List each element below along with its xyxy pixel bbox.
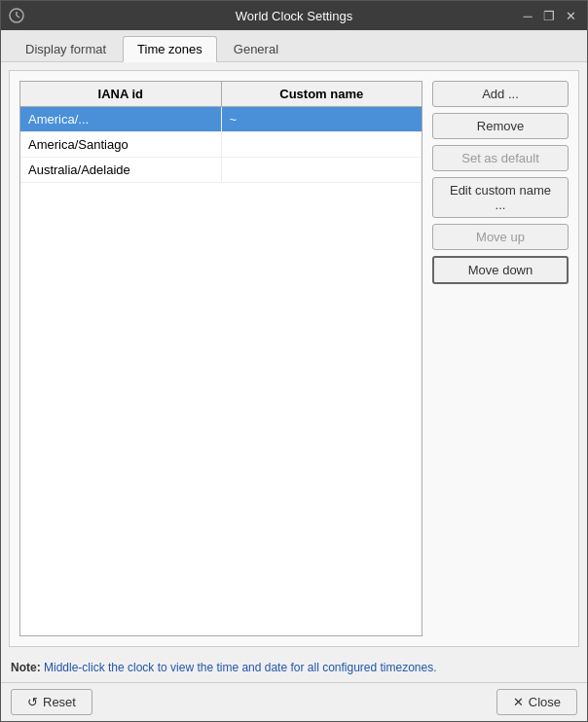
- main-window: World Clock Settings ─ ❐ ✕ Display forma…: [0, 0, 588, 722]
- reset-icon: ↺: [27, 695, 38, 709]
- add-button[interactable]: Add ...: [432, 81, 569, 107]
- edit-custom-name-button[interactable]: Edit custom name ...: [432, 177, 569, 218]
- reset-label: Reset: [43, 695, 76, 709]
- tab-display-format[interactable]: Display format: [11, 36, 121, 61]
- tabs-bar: Display format Time zones General: [1, 30, 587, 62]
- close-icon: ✕: [513, 695, 524, 709]
- table-row[interactable]: America/... ~: [20, 107, 422, 132]
- app-icon: [9, 8, 24, 23]
- note-text: Middle-click the clock to view the time …: [41, 661, 437, 674]
- cell-custom: ~: [222, 107, 423, 131]
- move-down-button[interactable]: Move down: [432, 256, 569, 284]
- window-title: World Clock Settings: [236, 9, 352, 23]
- titlebar-left: [9, 8, 24, 23]
- window-controls: ─ ❐ ✕: [519, 7, 579, 24]
- close-label: Close: [529, 695, 561, 709]
- cell-custom: [222, 132, 423, 157]
- titlebar: World Clock Settings ─ ❐ ✕: [1, 1, 587, 30]
- table-body: America/... ~ America/Santiago Australia…: [20, 107, 422, 635]
- cell-iana: America/Santiago: [20, 132, 222, 157]
- col-custom-name: Custom name: [222, 82, 423, 106]
- col-iana-id: IANA id: [20, 82, 222, 106]
- table-row[interactable]: America/Santiago: [20, 132, 422, 158]
- close-window-button[interactable]: ✕: [562, 7, 579, 24]
- minimize-button[interactable]: ─: [519, 7, 536, 24]
- maximize-button[interactable]: ❐: [540, 7, 558, 24]
- table-header: IANA id Custom name: [20, 82, 422, 107]
- content-area: IANA id Custom name America/... ~ Americ…: [9, 70, 579, 647]
- action-buttons: Add ... Remove Set as default Edit custo…: [432, 81, 569, 636]
- table-row[interactable]: Australia/Adelaide: [20, 158, 422, 183]
- tab-general[interactable]: General: [219, 36, 293, 61]
- cell-iana: America/...: [20, 107, 222, 131]
- cell-custom: [222, 158, 423, 182]
- remove-button[interactable]: Remove: [432, 113, 569, 139]
- bottom-bar: ↺ Reset ✕ Close: [1, 682, 587, 721]
- note-bold-label: Note:: [11, 661, 41, 674]
- close-button[interactable]: ✕ Close: [496, 689, 577, 715]
- set-default-button[interactable]: Set as default: [432, 145, 569, 171]
- tab-time-zones[interactable]: Time zones: [123, 36, 217, 62]
- reset-button[interactable]: ↺ Reset: [11, 689, 92, 715]
- move-up-button[interactable]: Move up: [432, 224, 569, 250]
- cell-iana: Australia/Adelaide: [20, 158, 222, 182]
- timezone-table: IANA id Custom name America/... ~ Americ…: [19, 81, 423, 636]
- svg-line-2: [17, 16, 19, 18]
- note-area: Note: Middle-click the clock to view the…: [1, 655, 587, 682]
